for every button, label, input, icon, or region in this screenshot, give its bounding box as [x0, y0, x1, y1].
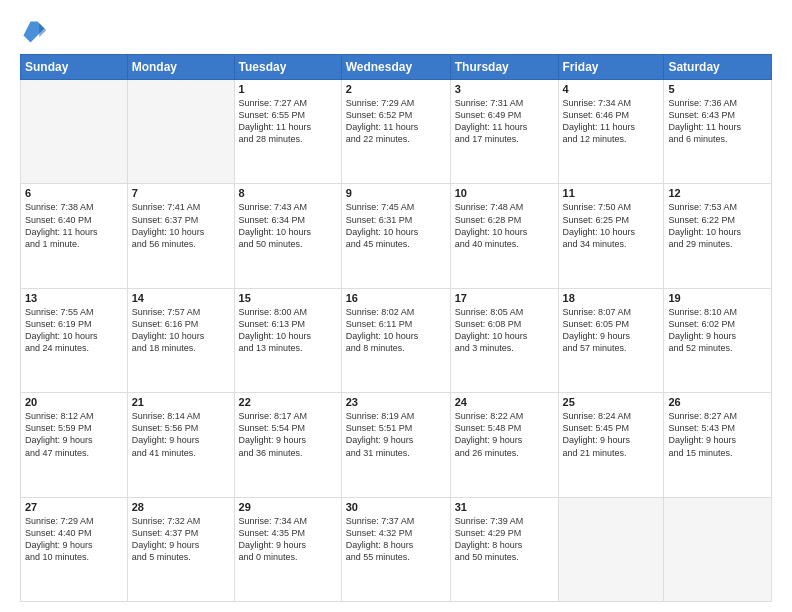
calendar-cell: 31Sunrise: 7:39 AM Sunset: 4:29 PM Dayli…	[450, 497, 558, 601]
day-number: 28	[132, 501, 230, 513]
day-number: 25	[563, 396, 660, 408]
calendar-cell: 8Sunrise: 7:43 AM Sunset: 6:34 PM Daylig…	[234, 184, 341, 288]
day-number: 14	[132, 292, 230, 304]
calendar-cell: 15Sunrise: 8:00 AM Sunset: 6:13 PM Dayli…	[234, 288, 341, 392]
day-number: 23	[346, 396, 446, 408]
calendar-cell: 13Sunrise: 7:55 AM Sunset: 6:19 PM Dayli…	[21, 288, 128, 392]
cell-info: Sunrise: 7:43 AM Sunset: 6:34 PM Dayligh…	[239, 201, 337, 250]
day-number: 22	[239, 396, 337, 408]
calendar-cell: 10Sunrise: 7:48 AM Sunset: 6:28 PM Dayli…	[450, 184, 558, 288]
calendar-header-row: SundayMondayTuesdayWednesdayThursdayFrid…	[21, 55, 772, 80]
cell-info: Sunrise: 8:22 AM Sunset: 5:48 PM Dayligh…	[455, 410, 554, 459]
calendar-week-row: 27Sunrise: 7:29 AM Sunset: 4:40 PM Dayli…	[21, 497, 772, 601]
cell-info: Sunrise: 8:00 AM Sunset: 6:13 PM Dayligh…	[239, 306, 337, 355]
day-number: 9	[346, 187, 446, 199]
day-number: 21	[132, 396, 230, 408]
cell-info: Sunrise: 7:48 AM Sunset: 6:28 PM Dayligh…	[455, 201, 554, 250]
cell-info: Sunrise: 8:14 AM Sunset: 5:56 PM Dayligh…	[132, 410, 230, 459]
cell-info: Sunrise: 7:37 AM Sunset: 4:32 PM Dayligh…	[346, 515, 446, 564]
calendar-cell: 5Sunrise: 7:36 AM Sunset: 6:43 PM Daylig…	[664, 80, 772, 184]
day-number: 16	[346, 292, 446, 304]
calendar-cell: 21Sunrise: 8:14 AM Sunset: 5:56 PM Dayli…	[127, 393, 234, 497]
day-number: 18	[563, 292, 660, 304]
calendar-cell: 19Sunrise: 8:10 AM Sunset: 6:02 PM Dayli…	[664, 288, 772, 392]
cell-info: Sunrise: 8:19 AM Sunset: 5:51 PM Dayligh…	[346, 410, 446, 459]
day-number: 31	[455, 501, 554, 513]
day-number: 26	[668, 396, 767, 408]
cell-info: Sunrise: 7:32 AM Sunset: 4:37 PM Dayligh…	[132, 515, 230, 564]
cell-info: Sunrise: 7:29 AM Sunset: 6:52 PM Dayligh…	[346, 97, 446, 146]
calendar-cell: 24Sunrise: 8:22 AM Sunset: 5:48 PM Dayli…	[450, 393, 558, 497]
day-number: 4	[563, 83, 660, 95]
cell-info: Sunrise: 8:07 AM Sunset: 6:05 PM Dayligh…	[563, 306, 660, 355]
cell-info: Sunrise: 7:45 AM Sunset: 6:31 PM Dayligh…	[346, 201, 446, 250]
calendar-cell: 18Sunrise: 8:07 AM Sunset: 6:05 PM Dayli…	[558, 288, 664, 392]
day-number: 8	[239, 187, 337, 199]
calendar-cell	[21, 80, 128, 184]
cell-info: Sunrise: 8:12 AM Sunset: 5:59 PM Dayligh…	[25, 410, 123, 459]
calendar-cell: 2Sunrise: 7:29 AM Sunset: 6:52 PM Daylig…	[341, 80, 450, 184]
calendar-cell: 11Sunrise: 7:50 AM Sunset: 6:25 PM Dayli…	[558, 184, 664, 288]
calendar-cell: 4Sunrise: 7:34 AM Sunset: 6:46 PM Daylig…	[558, 80, 664, 184]
calendar-week-row: 1Sunrise: 7:27 AM Sunset: 6:55 PM Daylig…	[21, 80, 772, 184]
day-number: 30	[346, 501, 446, 513]
cell-info: Sunrise: 7:50 AM Sunset: 6:25 PM Dayligh…	[563, 201, 660, 250]
logo	[20, 18, 52, 46]
calendar-week-row: 6Sunrise: 7:38 AM Sunset: 6:40 PM Daylig…	[21, 184, 772, 288]
cell-info: Sunrise: 7:31 AM Sunset: 6:49 PM Dayligh…	[455, 97, 554, 146]
cell-info: Sunrise: 7:38 AM Sunset: 6:40 PM Dayligh…	[25, 201, 123, 250]
calendar-cell: 7Sunrise: 7:41 AM Sunset: 6:37 PM Daylig…	[127, 184, 234, 288]
calendar-cell: 16Sunrise: 8:02 AM Sunset: 6:11 PM Dayli…	[341, 288, 450, 392]
calendar-cell: 22Sunrise: 8:17 AM Sunset: 5:54 PM Dayli…	[234, 393, 341, 497]
day-number: 12	[668, 187, 767, 199]
weekday-header: Saturday	[664, 55, 772, 80]
calendar-cell: 1Sunrise: 7:27 AM Sunset: 6:55 PM Daylig…	[234, 80, 341, 184]
calendar-cell: 12Sunrise: 7:53 AM Sunset: 6:22 PM Dayli…	[664, 184, 772, 288]
day-number: 5	[668, 83, 767, 95]
calendar-cell: 9Sunrise: 7:45 AM Sunset: 6:31 PM Daylig…	[341, 184, 450, 288]
day-number: 17	[455, 292, 554, 304]
day-number: 3	[455, 83, 554, 95]
cell-info: Sunrise: 8:02 AM Sunset: 6:11 PM Dayligh…	[346, 306, 446, 355]
calendar-cell	[127, 80, 234, 184]
day-number: 20	[25, 396, 123, 408]
cell-info: Sunrise: 8:27 AM Sunset: 5:43 PM Dayligh…	[668, 410, 767, 459]
calendar-cell: 20Sunrise: 8:12 AM Sunset: 5:59 PM Dayli…	[21, 393, 128, 497]
cell-info: Sunrise: 8:17 AM Sunset: 5:54 PM Dayligh…	[239, 410, 337, 459]
calendar-cell: 6Sunrise: 7:38 AM Sunset: 6:40 PM Daylig…	[21, 184, 128, 288]
day-number: 24	[455, 396, 554, 408]
cell-info: Sunrise: 8:05 AM Sunset: 6:08 PM Dayligh…	[455, 306, 554, 355]
weekday-header: Friday	[558, 55, 664, 80]
weekday-header: Thursday	[450, 55, 558, 80]
cell-info: Sunrise: 7:39 AM Sunset: 4:29 PM Dayligh…	[455, 515, 554, 564]
day-number: 15	[239, 292, 337, 304]
day-number: 13	[25, 292, 123, 304]
page: SundayMondayTuesdayWednesdayThursdayFrid…	[0, 0, 792, 612]
cell-info: Sunrise: 7:55 AM Sunset: 6:19 PM Dayligh…	[25, 306, 123, 355]
weekday-header: Sunday	[21, 55, 128, 80]
weekday-header: Monday	[127, 55, 234, 80]
logo-icon	[20, 18, 48, 46]
calendar-cell: 26Sunrise: 8:27 AM Sunset: 5:43 PM Dayli…	[664, 393, 772, 497]
svg-marker-1	[39, 23, 46, 37]
calendar-cell: 30Sunrise: 7:37 AM Sunset: 4:32 PM Dayli…	[341, 497, 450, 601]
calendar-week-row: 13Sunrise: 7:55 AM Sunset: 6:19 PM Dayli…	[21, 288, 772, 392]
header	[20, 18, 772, 46]
calendar-week-row: 20Sunrise: 8:12 AM Sunset: 5:59 PM Dayli…	[21, 393, 772, 497]
cell-info: Sunrise: 7:53 AM Sunset: 6:22 PM Dayligh…	[668, 201, 767, 250]
cell-info: Sunrise: 7:34 AM Sunset: 4:35 PM Dayligh…	[239, 515, 337, 564]
cell-info: Sunrise: 7:57 AM Sunset: 6:16 PM Dayligh…	[132, 306, 230, 355]
calendar-cell: 27Sunrise: 7:29 AM Sunset: 4:40 PM Dayli…	[21, 497, 128, 601]
calendar-cell: 17Sunrise: 8:05 AM Sunset: 6:08 PM Dayli…	[450, 288, 558, 392]
calendar-cell: 14Sunrise: 7:57 AM Sunset: 6:16 PM Dayli…	[127, 288, 234, 392]
cell-info: Sunrise: 7:27 AM Sunset: 6:55 PM Dayligh…	[239, 97, 337, 146]
day-number: 7	[132, 187, 230, 199]
calendar-cell: 25Sunrise: 8:24 AM Sunset: 5:45 PM Dayli…	[558, 393, 664, 497]
calendar-cell: 23Sunrise: 8:19 AM Sunset: 5:51 PM Dayli…	[341, 393, 450, 497]
calendar-cell	[558, 497, 664, 601]
cell-info: Sunrise: 7:34 AM Sunset: 6:46 PM Dayligh…	[563, 97, 660, 146]
day-number: 27	[25, 501, 123, 513]
calendar-cell: 28Sunrise: 7:32 AM Sunset: 4:37 PM Dayli…	[127, 497, 234, 601]
day-number: 29	[239, 501, 337, 513]
cell-info: Sunrise: 8:10 AM Sunset: 6:02 PM Dayligh…	[668, 306, 767, 355]
